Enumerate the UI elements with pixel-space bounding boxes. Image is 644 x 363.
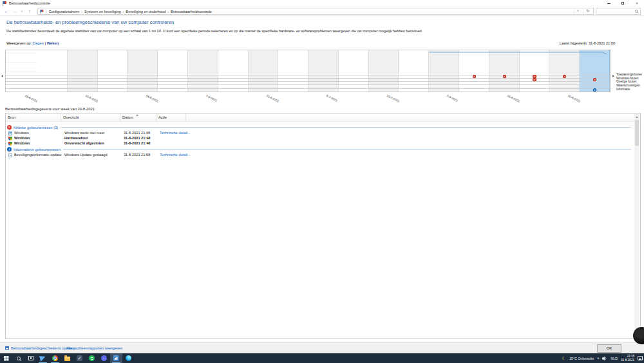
technical-details-link[interactable]: Technische detail... — [160, 153, 191, 157]
view-weeks-link[interactable]: Weken — [47, 41, 59, 45]
taskbar-search-button[interactable] — [12, 353, 24, 363]
chart-week-column[interactable] — [549, 50, 580, 92]
chart-week-column[interactable] — [278, 50, 308, 92]
taskbar-checkmark-app-button[interactable] — [73, 353, 86, 363]
chart-week-column[interactable] — [188, 50, 218, 92]
search-icon — [17, 357, 21, 360]
event-row[interactable]: WindowsHardwarefout31-8-2021 21:48 — [7, 135, 634, 141]
x-axis-label: 2-8-2021 — [446, 94, 459, 103]
event-row[interactable]: WindowsWindows werkt niet meer31-8-2021 … — [7, 130, 634, 135]
view-days-link[interactable]: Dagen — [33, 41, 44, 45]
recent-pages-chevron[interactable]: ˅ — [19, 6, 24, 16]
tray-expand-chevron-icon[interactable]: ^ — [597, 357, 599, 360]
discord-icon — [101, 355, 107, 361]
view-all-reports-link[interactable]: Alle probleemrapporten weergeven — [66, 342, 122, 354]
event-source: Beveiligingsinformatie-update vo... — [14, 153, 62, 157]
breadcrumb-item[interactable]: Beveiliging en onderhoud — [124, 10, 167, 14]
scroll-chart-right-icon[interactable] — [612, 75, 614, 77]
error-event-dot[interactable]: × — [473, 75, 476, 78]
chart-week-column[interactable] — [369, 50, 399, 92]
chart-week-column[interactable] — [429, 50, 459, 92]
column-header-bron[interactable]: Bron — [6, 113, 61, 122]
chart-week-column[interactable] — [249, 50, 279, 92]
chrome-icon — [52, 355, 58, 361]
taskbar-file-explorer-button[interactable] — [61, 353, 73, 363]
chart-week-column[interactable] — [158, 50, 188, 92]
taskbar-paper-plane-app-button[interactable] — [37, 353, 49, 363]
ok-button[interactable]: OK — [597, 344, 621, 353]
taskbar-spotify-button[interactable] — [86, 353, 98, 363]
taskbar-edge-button[interactable] — [122, 353, 135, 363]
chart-row-line — [6, 78, 611, 79]
weather-status[interactable]: 15°C Onbewolkt — [569, 357, 594, 360]
legend-item: Informatie — [616, 88, 644, 92]
chart-week-column[interactable] — [37, 50, 68, 92]
page-description: De stabiliteitsindex beoordeelt de algeh… — [6, 29, 422, 33]
event-date: 31-8-2021 21:48 — [122, 135, 158, 141]
breadcrumb-item[interactable]: Systeem en beveiliging — [83, 10, 122, 14]
error-event-dot[interactable]: × — [533, 78, 536, 81]
column-header-datum[interactable]: Datum — [120, 113, 156, 122]
scroll-up-icon[interactable] — [636, 116, 638, 118]
error-event-dot[interactable]: × — [533, 75, 536, 78]
chart-week-column[interactable] — [128, 50, 158, 92]
event-row[interactable]: WindowsOnverwacht afgesloten31-8-2021 21… — [7, 141, 634, 146]
up-button[interactable]: ↑ — [26, 6, 33, 16]
list-scrollbar[interactable] — [634, 114, 639, 338]
language-indicator[interactable]: NLD — [611, 357, 618, 360]
security-shield-icon — [8, 142, 12, 146]
address-dropdown-chevron[interactable]: ˅ — [574, 8, 582, 14]
breadcrumb-item[interactable]: Configuratiescherm — [48, 10, 81, 14]
taskbar-chrome-button[interactable] — [49, 353, 61, 363]
address-flag-icon — [40, 10, 44, 14]
notification-center-icon[interactable] — [638, 356, 643, 360]
close-button[interactable]: × — [630, 0, 644, 6]
update-document-icon — [8, 153, 12, 157]
taskbar-reliability-monitor-button[interactable] — [110, 353, 122, 363]
back-button[interactable]: ← — [3, 6, 10, 16]
chart-xlabels: 26-4-202110-5-202124-5-20217-6-202121-6-… — [0, 94, 644, 106]
event-group-header[interactable]: ×Kritieke gebeurtenissen (3) — [7, 124, 634, 130]
event-source: Windows — [14, 136, 30, 140]
event-summary: Windows werkt niet meer — [62, 130, 122, 135]
chart-week-column[interactable] — [339, 50, 369, 92]
chart-week-column[interactable] — [489, 50, 520, 92]
refresh-icon[interactable]: ↻ — [583, 8, 592, 14]
chart-row-line — [6, 81, 611, 82]
breadcrumb-item[interactable]: Betrouwbaarheidscontrole — [169, 10, 213, 14]
chart-week-column[interactable] — [580, 50, 610, 92]
search-input[interactable] — [598, 8, 634, 14]
event-group-header[interactable]: iInformatieve gebeurtenissen — [7, 146, 634, 152]
chart-week-column[interactable] — [98, 50, 128, 92]
event-source-cell: Beveiligingsinformatie-update vo... — [7, 152, 62, 157]
taskbar-start-button[interactable] — [0, 353, 12, 363]
event-source: Windows — [14, 141, 30, 145]
chart-week-column[interactable] — [520, 50, 550, 92]
scroll-chart-left-icon[interactable] — [1, 75, 3, 77]
event-row[interactable]: Beveiligingsinformatie-update vo...Windo… — [7, 152, 634, 157]
chart-week-column[interactable] — [68, 50, 98, 92]
event-list-body: ×Kritieke gebeurtenissen (3)WindowsWindo… — [6, 122, 634, 338]
taskbar-task-view-button[interactable] — [24, 353, 37, 363]
chart-legend: ToepassingsfoutenWindows-foutenOverige f… — [616, 73, 644, 92]
maximize-button[interactable] — [616, 0, 630, 6]
save-icon — [5, 346, 9, 350]
taskbar-discord-button[interactable] — [98, 353, 110, 363]
chart-week-column[interactable] — [399, 50, 429, 92]
taskbar-clock[interactable]: 22:15 31-8-2021 — [621, 355, 634, 361]
technical-details-link[interactable]: Technische detail... — [160, 131, 191, 135]
x-axis-label: 21-6-2021 — [266, 94, 279, 103]
scrollbar-thumb[interactable] — [635, 120, 639, 146]
error-event-dot[interactable]: × — [503, 75, 506, 78]
column-header-overzicht[interactable]: Overzicht — [61, 113, 120, 122]
minimize-button[interactable] — [601, 0, 616, 6]
column-header-actie[interactable]: Actie — [156, 113, 186, 122]
event-list: Bron Overzicht Datum Actie ×Kritieke geb… — [5, 113, 641, 339]
address-bar[interactable]: ›Configuratiescherm›Systeem en beveiligi… — [37, 8, 594, 15]
forward-button[interactable]: → — [11, 6, 19, 16]
chart-week-column[interactable] — [459, 50, 489, 92]
column-header-filler — [186, 113, 640, 122]
volume-icon[interactable] — [602, 356, 607, 361]
chart-week-column[interactable] — [308, 50, 339, 92]
chart-week-column[interactable] — [218, 50, 249, 92]
